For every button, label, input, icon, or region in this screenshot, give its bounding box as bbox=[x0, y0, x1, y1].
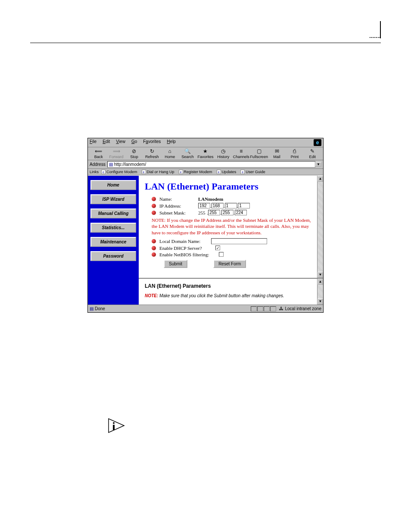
scroll-down-icon[interactable]: ▼ bbox=[318, 299, 323, 305]
info-callout-icon bbox=[108, 418, 125, 435]
scroll-track[interactable] bbox=[318, 285, 323, 299]
sidebar-password[interactable]: Password bbox=[90, 251, 136, 261]
status-cells bbox=[251, 306, 277, 311]
reset-form-button[interactable]: Reset Form bbox=[213, 260, 246, 268]
menu-view[interactable]: View bbox=[116, 139, 125, 146]
link-icon: e bbox=[101, 170, 106, 174]
print-button[interactable]: ⎙Print bbox=[286, 148, 303, 159]
refresh-icon: ↻ bbox=[149, 148, 156, 154]
back-button[interactable]: ⟸Back bbox=[90, 148, 107, 159]
local-domain-input[interactable] bbox=[211, 238, 267, 244]
address-label: Address bbox=[90, 162, 106, 167]
status-page-icon: ▤ bbox=[90, 306, 93, 311]
menu-go[interactable]: Go bbox=[131, 139, 137, 146]
mail-icon: ✉ bbox=[274, 148, 280, 154]
link-updates[interactable]: eUpdates bbox=[217, 170, 237, 174]
name-label: Name: bbox=[159, 196, 198, 202]
row-ip: IP Address: . . . bbox=[145, 203, 317, 208]
print-icon: ⎙ bbox=[291, 148, 298, 154]
bullet-icon bbox=[152, 239, 156, 243]
stop-button[interactable]: ⊘Stop bbox=[125, 148, 143, 159]
history-button[interactable]: ◷History bbox=[215, 148, 232, 159]
home-button[interactable]: ⌂Home bbox=[161, 148, 179, 159]
header-corner-graphic: ••••••• bbox=[361, 21, 381, 38]
link-icon: e bbox=[142, 170, 146, 174]
page-title: LAN (Ethernet) Parameters bbox=[145, 181, 317, 192]
menu-help[interactable]: Help bbox=[167, 139, 176, 146]
sidebar-manual-calling[interactable]: Manual Calling bbox=[90, 208, 136, 218]
row-mask: Subnet Mask: 255 . . . bbox=[145, 210, 317, 215]
mask-octet-4[interactable] bbox=[235, 210, 247, 215]
address-bar: Address ▤ http://lanmodem/ ▼ bbox=[88, 160, 323, 169]
search-button[interactable]: 🔍Search bbox=[179, 148, 196, 159]
scroll-up-icon[interactable]: ▲ bbox=[318, 176, 323, 182]
menubar: File Edit View Go Favorites Help e bbox=[88, 138, 323, 147]
refresh-button[interactable]: ↻Refresh bbox=[143, 148, 161, 159]
bullet-icon bbox=[152, 252, 156, 257]
status-text: Done bbox=[95, 306, 105, 311]
links-bar: Links eConfigure Modem eDial or Hang Up … bbox=[88, 169, 323, 175]
sidebar-home[interactable]: Home bbox=[90, 180, 136, 190]
menu-file[interactable]: File bbox=[90, 139, 97, 146]
sidebar-maintenance[interactable]: Maintenance bbox=[90, 237, 136, 247]
ip-octet-4[interactable] bbox=[238, 203, 250, 208]
link-register-modem[interactable]: eRegister Modem bbox=[179, 170, 212, 174]
link-dial-hangup[interactable]: eDial or Hang Up bbox=[142, 170, 174, 174]
home-icon: ⌂ bbox=[166, 148, 173, 154]
name-value: LANmodem bbox=[198, 196, 223, 202]
ie-logo-icon: e bbox=[314, 139, 321, 146]
browser-window: File Edit View Go Favorites Help e ⟸Back… bbox=[87, 138, 324, 313]
scroll-up-icon[interactable]: ▲ bbox=[318, 279, 323, 285]
sidebar-isp-wizard[interactable]: ISP Wizard bbox=[90, 194, 136, 204]
links-label: Links bbox=[90, 170, 99, 174]
zone-text: Local intranet zone bbox=[285, 306, 321, 311]
ip-octet-3[interactable] bbox=[225, 203, 237, 208]
netbios-checkbox[interactable] bbox=[219, 252, 224, 257]
mail-button[interactable]: ✉Mail bbox=[268, 148, 286, 159]
bullet-icon bbox=[152, 197, 156, 201]
fullscreen-button[interactable]: ▢Fullscreen bbox=[250, 148, 268, 159]
sidebar-statistics[interactable]: Statistics... bbox=[90, 223, 136, 233]
lower-scrollbar[interactable]: ▲ ▼ bbox=[317, 279, 323, 305]
row-name: Name: LANmodem bbox=[145, 196, 317, 202]
forward-button[interactable]: ⟹Forward bbox=[107, 148, 125, 159]
upper-scrollbar[interactable]: ▲ ▼ bbox=[317, 176, 323, 278]
page-icon: ▤ bbox=[109, 162, 113, 167]
submit-button[interactable]: Submit bbox=[164, 260, 187, 268]
ip-octet-2[interactable] bbox=[212, 203, 224, 208]
url-dropdown-arrow-icon[interactable]: ▼ bbox=[315, 162, 321, 167]
menu-favorites[interactable]: Favorites bbox=[143, 139, 161, 146]
back-icon: ⟸ bbox=[95, 148, 102, 154]
url-input[interactable]: ▤ http://lanmodem/ bbox=[107, 161, 315, 168]
lower-heading: LAN (Ethernet) Parameters bbox=[145, 283, 317, 289]
link-configure-modem[interactable]: eConfigure Modem bbox=[101, 170, 137, 174]
link-icon: e bbox=[217, 170, 221, 174]
link-user-guide[interactable]: eUser Guide bbox=[240, 170, 265, 174]
mask-octet-3[interactable] bbox=[221, 210, 234, 215]
content-area: Home ISP Wizard Manual Calling Statistic… bbox=[88, 175, 323, 305]
channels-button[interactable]: ≡Channels bbox=[232, 148, 250, 159]
sidebar: Home ISP Wizard Manual Calling Statistic… bbox=[88, 176, 139, 305]
bullet-icon bbox=[152, 211, 156, 215]
svg-point-1 bbox=[113, 422, 115, 424]
favorites-button[interactable]: ★Favorites bbox=[196, 148, 214, 159]
ip-octet-1[interactable] bbox=[198, 203, 210, 208]
bullet-icon bbox=[152, 204, 156, 208]
lower-note: NOTE: Make sure that you click the Submi… bbox=[145, 293, 317, 298]
row-netbios: Enable NetBIOS filtering: bbox=[145, 252, 317, 257]
edit-icon: ✎ bbox=[309, 148, 316, 154]
svg-rect-2 bbox=[113, 425, 115, 430]
form-buttons: Submit Reset Form bbox=[164, 260, 317, 268]
svg-marker-0 bbox=[109, 419, 124, 432]
menu-edit[interactable]: Edit bbox=[103, 139, 110, 146]
mask-octet-2[interactable] bbox=[208, 210, 220, 215]
dhcp-checkbox[interactable]: ✓ bbox=[215, 246, 220, 250]
edit-button[interactable]: ✎Edit bbox=[304, 148, 321, 159]
stop-icon: ⊘ bbox=[131, 148, 137, 154]
scroll-down-icon[interactable]: ▼ bbox=[318, 272, 323, 278]
link-icon: e bbox=[179, 170, 183, 174]
scroll-track[interactable] bbox=[318, 182, 323, 272]
upper-pane: LAN (Ethernet) Parameters Name: LANmodem… bbox=[139, 176, 323, 278]
favorites-icon: ★ bbox=[202, 148, 209, 154]
warning-note: NOTE: If you change the IP Address and/o… bbox=[152, 217, 317, 236]
